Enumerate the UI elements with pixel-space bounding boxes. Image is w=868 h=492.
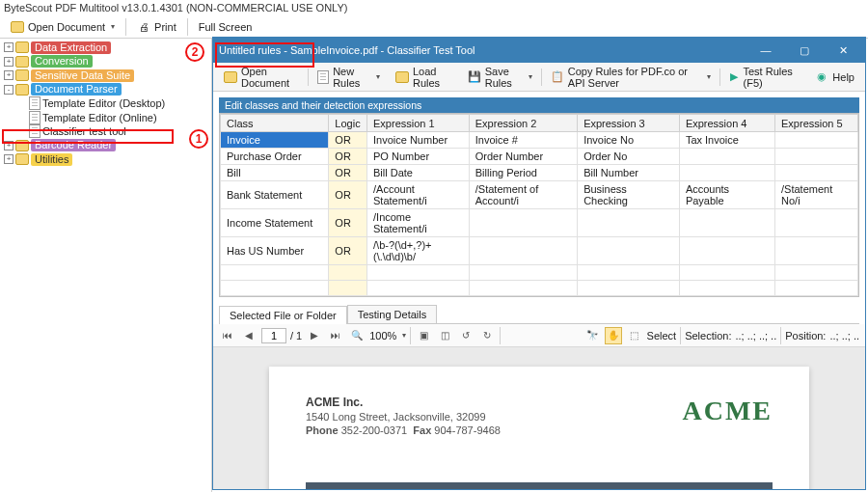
table-row[interactable]: InvoiceORInvoice NumberInvoice #Invoice … [221,132,858,149]
table-cell[interactable]: Bill [221,165,329,181]
rotate-left-icon[interactable]: ↺ [457,327,475,344]
minimize-button[interactable]: — [749,38,782,63]
page-next-icon[interactable]: ▶ [306,327,323,344]
new-rules-button[interactable]: New Rules ▾ [311,66,387,89]
table-cell[interactable]: OR [329,149,367,165]
table-cell[interactable] [469,281,577,296]
table-cell[interactable]: Income Statement [221,209,329,237]
chevron-down-icon[interactable]: ▾ [529,72,532,81]
table-row[interactable]: Income StatementOR/Income Statement/i [221,209,858,237]
table-cell[interactable]: Invoice No [578,132,680,149]
column-header[interactable]: Expression 1 [367,115,470,132]
load-rules-button[interactable]: Load Rules [389,66,459,89]
table-cell[interactable]: Has US Number [221,237,329,265]
table-cell[interactable] [578,281,680,296]
open-document-button-main[interactable]: Open Document ▾ [4,17,122,37]
table-cell[interactable] [221,281,329,296]
open-document-button[interactable]: Open Document [217,66,306,89]
page-last-icon[interactable]: ⏭ [327,327,344,344]
column-header[interactable]: Expression 2 [469,115,577,132]
table-cell[interactable]: Tax Invoice [679,132,774,149]
table-row[interactable] [221,281,858,296]
binoculars-icon[interactable]: 🔭 [583,327,601,344]
table-cell[interactable] [221,265,329,281]
table-cell[interactable] [367,265,470,281]
table-cell[interactable] [679,165,774,181]
chevron-down-icon[interactable]: ▾ [376,72,380,81]
table-cell[interactable] [469,265,577,281]
expand-collapse-icon[interactable]: + [4,42,14,52]
sidebar-item[interactable]: +Sensitive Data Suite [0,68,211,83]
table-cell[interactable]: /\b-?(\d+,?)+(\.\d\d)\b/ [367,237,470,265]
table-cell[interactable] [329,265,367,281]
table-cell[interactable]: Accounts Payable [679,181,774,209]
table-cell[interactable]: OR [329,209,367,237]
maximize-button[interactable]: ▢ [788,38,821,63]
sidebar-item[interactable]: Template Editor (Desktop) [0,96,211,111]
table-cell[interactable] [679,237,774,265]
page-number-input[interactable] [261,328,286,343]
page-prev-icon[interactable]: ◀ [240,327,258,344]
chevron-down-icon[interactable]: ▾ [402,331,406,340]
tab-selected-file[interactable]: Selected File or Folder [219,306,347,324]
table-row[interactable]: Purchase OrderORPO NumberOrder NumberOrd… [221,149,858,165]
tab-testing-details[interactable]: Testing Details [347,305,438,323]
table-cell[interactable] [775,149,858,165]
table-cell[interactable] [578,209,680,237]
page-first-icon[interactable]: ⏮ [219,327,236,344]
sidebar-item[interactable]: -Document Parser [0,83,211,97]
column-header[interactable]: Expression 3 [578,115,680,132]
expand-collapse-icon[interactable]: + [4,57,14,67]
column-header[interactable]: Class [221,115,329,132]
expand-collapse-icon[interactable]: + [4,70,14,80]
table-cell[interactable]: Business Checking [578,181,680,209]
table-cell[interactable] [775,165,858,181]
chevron-down-icon[interactable]: ▾ [707,72,711,81]
table-cell[interactable] [469,237,577,265]
table-cell[interactable] [679,265,774,281]
table-cell[interactable]: /Statement of Account/i [469,181,577,209]
tool-icon[interactable]: ◫ [436,327,453,344]
table-cell[interactable]: OR [329,132,367,149]
table-cell[interactable]: OR [329,181,367,209]
table-cell[interactable]: /Statement No/i [775,181,858,209]
zoom-level[interactable]: 100% [369,330,396,342]
table-cell[interactable]: OR [329,237,367,265]
chevron-down-icon[interactable]: ▾ [111,22,115,31]
table-cell[interactable] [775,281,858,296]
table-cell[interactable]: /Income Statement/i [367,209,470,237]
table-cell[interactable] [775,132,858,149]
table-cell[interactable] [578,237,680,265]
column-header[interactable]: Expression 5 [775,115,858,132]
table-row[interactable] [221,265,858,281]
table-cell[interactable]: Order Number [469,149,577,165]
table-cell[interactable] [679,209,774,237]
table-cell[interactable] [775,237,858,265]
table-cell[interactable] [679,281,774,296]
select-label[interactable]: Select [647,330,677,342]
sidebar-item[interactable]: +Utilities [0,152,211,167]
tool-icon[interactable]: ▣ [415,327,432,344]
test-rules-button[interactable]: ▶ Test Rules (F5) [721,66,806,89]
save-rules-button[interactable]: 💾 Save Rules ▾ [461,66,539,89]
full-screen-button[interactable]: Full Screen [192,17,259,37]
table-cell[interactable]: Purchase Order [221,149,329,165]
table-cell[interactable]: PO Number [367,149,470,165]
table-cell[interactable]: Order No [578,149,680,165]
table-cell[interactable]: Bill Number [578,165,680,181]
print-button[interactable]: 🖨 Print [130,17,183,37]
help-button[interactable]: ◉ Help [808,66,861,89]
table-row[interactable]: BillORBill DateBilling PeriodBill Number [221,165,858,181]
table-row[interactable]: Bank StatementOR/Account Statement/i/Sta… [221,181,858,209]
expand-collapse-icon[interactable]: - [4,85,14,95]
table-cell[interactable]: Bank Statement [221,181,329,209]
sidebar-item[interactable]: +Data Extraction [0,41,211,55]
pdf-preview[interactable]: ACME ACME Inc. 1540 Long Street, Jackson… [213,347,865,489]
sidebar-item[interactable]: Template Editor (Online) [0,111,211,125]
table-cell[interactable] [329,281,367,296]
sidebar-item[interactable]: +Conversion [0,55,211,69]
rules-grid[interactable]: ClassLogicExpression 1Expression 2Expres… [219,113,859,297]
hand-icon[interactable]: ✋ [605,327,622,344]
column-header[interactable]: Expression 4 [679,115,774,132]
table-cell[interactable]: Invoice [221,132,329,149]
